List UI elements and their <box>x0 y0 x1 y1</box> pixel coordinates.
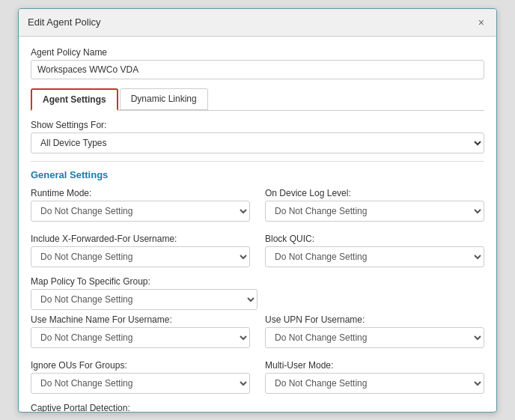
use-upn-select[interactable]: Do Not Change Setting <box>265 327 484 348</box>
block-quic-select[interactable]: Do Not Change Setting <box>265 246 484 267</box>
multi-user-mode-label: Multi-User Mode: <box>265 360 484 371</box>
runtime-mode-label: Runtime Mode: <box>31 188 250 198</box>
use-machine-name-group: Use Machine Name For Username: Do Not Ch… <box>31 314 250 348</box>
use-upn-label: Use UPN For Username: <box>265 314 484 325</box>
use-machine-name-select[interactable]: Do Not Change Setting <box>31 327 250 348</box>
captive-portal-label: Captive Portal Detection: <box>31 403 484 412</box>
ignore-ous-group: Ignore OUs For Groups: Do Not Change Set… <box>31 360 250 394</box>
divider-1 <box>31 161 484 162</box>
tabs-container: Agent Settings Dynamic Linking <box>31 88 484 111</box>
agent-policy-name-input[interactable] <box>31 60 484 79</box>
on-device-log-level-select[interactable]: Do Not Change Setting <box>265 201 484 222</box>
general-settings-title: General Settings <box>31 169 484 180</box>
include-x-forwarded-label: Include X-Forwarded-For Username: <box>31 234 250 244</box>
use-upn-group: Use UPN For Username: Do Not Change Sett… <box>265 314 484 348</box>
include-x-forwarded-group: Include X-Forwarded-For Username: Do Not… <box>31 234 250 267</box>
ignore-ous-label: Ignore OUs For Groups: <box>31 360 250 371</box>
modal-title: Edit Agent Policy <box>28 16 101 28</box>
map-policy-group: Map Policy To Specific Group: Do Not Cha… <box>31 276 484 310</box>
tab-dynamic-linking[interactable]: Dynamic Linking <box>120 88 208 110</box>
map-policy-select[interactable]: Do Not Change Setting <box>31 289 258 310</box>
runtime-mode-group: Runtime Mode: Do Not Change Setting <box>31 188 250 222</box>
settings-grid: Runtime Mode: Do Not Change Setting On D… <box>31 188 484 272</box>
ignore-ous-select[interactable]: Do Not Change Setting <box>31 373 250 394</box>
settings-grid-2: Use Machine Name For Username: Do Not Ch… <box>31 314 484 398</box>
edit-agent-policy-modal: Edit Agent Policy × Agent Policy Name Ag… <box>18 8 497 413</box>
use-machine-name-label: Use Machine Name For Username: <box>31 314 250 325</box>
captive-portal-group: Captive Portal Detection: Do Not Change … <box>31 403 484 412</box>
runtime-mode-select[interactable]: Do Not Change Setting <box>31 201 250 222</box>
modal-header: Edit Agent Policy × <box>19 9 496 37</box>
modal-body: Agent Policy Name Agent Settings Dynamic… <box>19 37 496 412</box>
on-device-log-level-label: On Device Log Level: <box>265 188 484 198</box>
block-quic-group: Block QUIC: Do Not Change Setting <box>265 234 484 267</box>
show-settings-for-select[interactable]: All Device Types <box>31 133 484 153</box>
agent-policy-name-label: Agent Policy Name <box>31 47 484 58</box>
agent-policy-name-row: Agent Policy Name <box>31 47 484 79</box>
multi-user-mode-select[interactable]: Do Not Change Setting <box>265 373 484 394</box>
show-settings-for-row: Show Settings For: All Device Types <box>31 120 484 153</box>
close-button[interactable]: × <box>475 15 487 30</box>
include-x-forwarded-select[interactable]: Do Not Change Setting <box>31 246 250 267</box>
on-device-log-level-group: On Device Log Level: Do Not Change Setti… <box>265 188 484 222</box>
map-policy-label: Map Policy To Specific Group: <box>31 276 484 287</box>
tab-agent-settings[interactable]: Agent Settings <box>31 88 118 111</box>
multi-user-mode-group: Multi-User Mode: Do Not Change Setting <box>265 360 484 394</box>
block-quic-label: Block QUIC: <box>265 234 484 244</box>
show-settings-for-label: Show Settings For: <box>31 120 484 130</box>
